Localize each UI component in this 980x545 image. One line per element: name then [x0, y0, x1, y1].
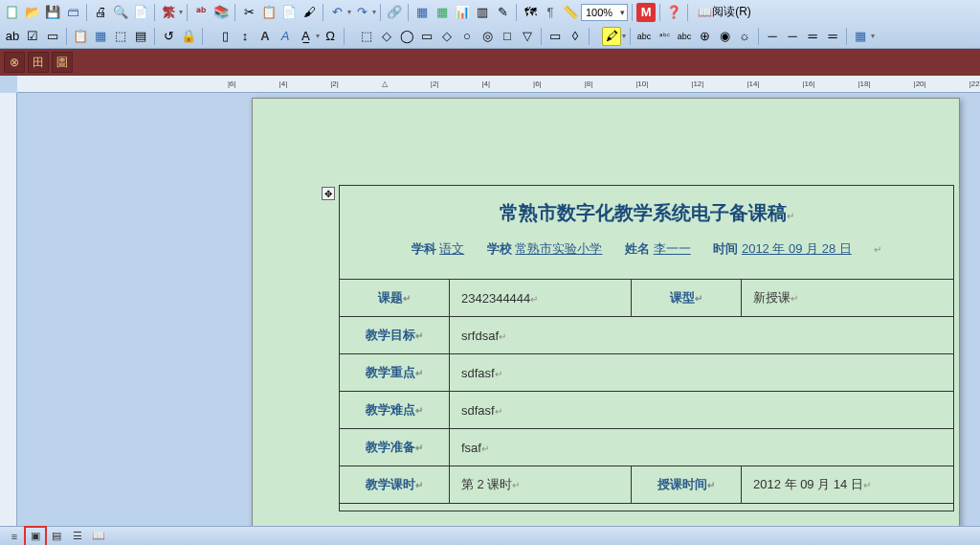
zoom-value: 100%: [586, 7, 612, 18]
hyperlink-button[interactable]: 🔗: [385, 3, 404, 22]
reading-mode-button[interactable]: 📖 阅读(R): [692, 3, 757, 22]
view-reading-button[interactable]: 📖: [90, 529, 107, 544]
view-outline-button[interactable]: ☰: [69, 529, 86, 544]
toolbar-row-3: ⊗ 田 圕: [0, 49, 980, 76]
paste-button[interactable]: 📄: [279, 3, 299, 22]
view-normal-button[interactable]: ≡: [6, 529, 23, 544]
style2-button[interactable]: ᵃᵇᶜ: [655, 27, 674, 46]
view-web-button[interactable]: ▤: [48, 529, 65, 544]
line4-button[interactable]: ═: [823, 27, 842, 46]
lesson-plan-table[interactable]: 课题↵ 2342344444↵ 课型↵ 新授课↵ 教学目标↵ srfdsaf↵ …: [339, 279, 954, 511]
doc-map-button[interactable]: 🗺: [521, 3, 540, 22]
line2-button[interactable]: ─: [783, 27, 802, 46]
save-all-button[interactable]: 🗃: [63, 3, 82, 22]
subject-value: 语文: [439, 241, 464, 256]
border-button[interactable]: ▦: [851, 27, 870, 46]
dropcap-button[interactable]: A̲: [296, 27, 315, 46]
vertical-ruler[interactable]: [0, 93, 17, 526]
form-props-button[interactable]: 📋: [71, 27, 90, 46]
trad-simp-button[interactable]: 繁: [159, 3, 178, 22]
print-button[interactable]: 🖨: [91, 3, 110, 22]
cell-label: 教学难点: [366, 402, 415, 417]
text-a-button[interactable]: A: [256, 27, 275, 46]
shape6-button[interactable]: ○: [457, 27, 477, 46]
copy-button[interactable]: 📋: [259, 3, 278, 22]
form-text-button[interactable]: ab: [3, 27, 22, 46]
preview-button[interactable]: 🔍: [111, 3, 130, 22]
wordart-button[interactable]: A: [276, 27, 295, 46]
macro-button[interactable]: M: [636, 3, 656, 22]
table-row[interactable]: 教学课时↵ 第 2 课时↵ 授课时间↵ 2012 年 09 月 14 日↵: [340, 466, 954, 504]
time-label: 时间: [713, 241, 738, 256]
shape7-button[interactable]: ◎: [478, 27, 497, 46]
table-row[interactable]: 教学难点↵ sdfasf↵: [340, 392, 954, 429]
direction-button[interactable]: ↕: [235, 27, 255, 46]
insert-symbol-button[interactable]: Ω: [321, 27, 340, 46]
cell-value: sdfasf: [461, 403, 495, 418]
textbox-v-button[interactable]: ▯: [215, 27, 234, 46]
table-row[interactable]: 课题↵ 2342344444↵ 课型↵ 新授课↵: [340, 280, 954, 317]
style3-button[interactable]: abc: [675, 27, 694, 46]
spell-button[interactable]: ᵃᵇ: [191, 3, 211, 22]
columns-button[interactable]: ▥: [473, 3, 492, 22]
shape2-button[interactable]: ◇: [377, 27, 396, 46]
form-grid-button[interactable]: ▦: [91, 27, 110, 46]
excel-button[interactable]: ▦: [433, 3, 452, 22]
special-btn-2[interactable]: 田: [28, 52, 49, 73]
research-button[interactable]: 📚: [212, 3, 231, 22]
form-lock-button[interactable]: 🔒: [179, 27, 198, 46]
form-reset-button[interactable]: ↺: [159, 27, 178, 46]
table-row[interactable]: [340, 504, 954, 511]
save-button[interactable]: 💾: [43, 3, 62, 22]
line1-button[interactable]: ─: [763, 27, 782, 46]
highlight-button[interactable]: 🖍: [602, 27, 621, 46]
cell-value: sdfasf: [461, 366, 495, 380]
flow1-button[interactable]: ▭: [546, 27, 565, 46]
para-mark-button[interactable]: ¶: [541, 3, 560, 22]
shape5-button[interactable]: ◇: [437, 27, 457, 46]
table-move-handle[interactable]: ✥: [322, 187, 335, 200]
form-shade-button[interactable]: ▤: [131, 27, 150, 46]
table-row[interactable]: 教学准备↵ fsaf↵: [340, 429, 954, 466]
document-page[interactable]: ✥ 常熟市数字化教学系统电子备课稿 学科 语文 学校 常熟市实验小学 姓名 李一…: [252, 98, 960, 526]
form-combo-button[interactable]: ▭: [43, 27, 62, 46]
table-button[interactable]: ▦: [412, 3, 432, 22]
name-label: 姓名: [625, 241, 650, 256]
style4-button[interactable]: ⊕: [695, 27, 714, 46]
doc-button[interactable]: 📄: [131, 3, 150, 22]
undo-button[interactable]: ↶: [327, 3, 346, 22]
cut-button[interactable]: ✂: [239, 3, 258, 22]
zoom-combo[interactable]: 100%: [581, 4, 628, 21]
shape3-button[interactable]: ◯: [397, 27, 416, 46]
shape9-button[interactable]: ▽: [518, 27, 537, 46]
school-value: 常熟市实验小学: [515, 241, 602, 256]
document-viewport[interactable]: ✥ 常熟市数字化教学系统电子备课稿 学科 语文 学校 常熟市实验小学 姓名 李一…: [17, 93, 980, 526]
redo-button[interactable]: ↷: [352, 3, 371, 22]
line3-button[interactable]: ═: [803, 27, 822, 46]
view-print-layout-button[interactable]: ▣: [27, 529, 44, 544]
table-row[interactable]: 教学重点↵ sdfasf↵: [340, 354, 954, 392]
shape8-button[interactable]: □: [498, 27, 517, 46]
shape4-button[interactable]: ▭: [417, 27, 436, 46]
form-frame-button[interactable]: ⬚: [111, 27, 130, 46]
new-doc-button[interactable]: [3, 3, 22, 22]
special-btn-3[interactable]: 圕: [52, 52, 73, 73]
special-btn-1[interactable]: ⊗: [4, 52, 25, 73]
ruler-button[interactable]: 📏: [561, 3, 580, 22]
flow2-button[interactable]: ◊: [566, 27, 585, 46]
form-check-button[interactable]: ☑: [23, 27, 42, 46]
horizontal-ruler[interactable]: |6||4||2|△|2||4||6||8||10||12||14||16||1…: [17, 76, 980, 93]
shape1-button[interactable]: ⬚: [357, 27, 376, 46]
open-button[interactable]: 📂: [23, 3, 42, 22]
format-painter-button[interactable]: 🖌: [300, 3, 319, 22]
style1-button[interactable]: abc: [635, 27, 654, 46]
cell-label: 教学准备: [366, 440, 415, 454]
style5-button[interactable]: ◉: [715, 27, 734, 46]
drawing-button[interactable]: ✎: [493, 3, 512, 22]
table-row[interactable]: 教学目标↵ srfdsaf↵: [340, 317, 954, 354]
cell-value: 2342344444: [461, 291, 530, 306]
chart-button[interactable]: 📊: [453, 3, 472, 22]
help-button[interactable]: ❓: [664, 3, 683, 22]
cell-label: 教学重点: [366, 365, 415, 379]
style6-button[interactable]: ☼: [735, 27, 754, 46]
